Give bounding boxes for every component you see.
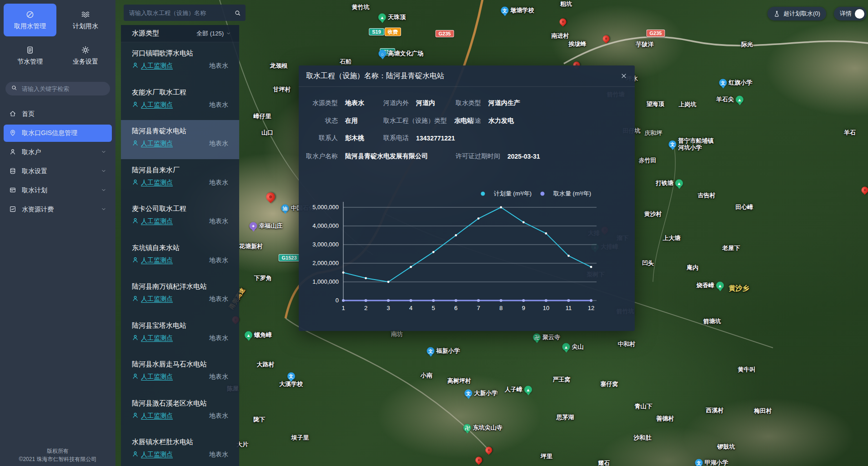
menu-tile-meter[interactable]: 取用水管理 [4, 4, 56, 36]
keyword-search-input[interactable] [21, 85, 105, 93]
close-icon[interactable] [620, 72, 627, 80]
search-icon[interactable] [234, 10, 241, 16]
monitor-type-link[interactable]: 人工监测点 [141, 101, 173, 109]
poi-scenic-icon[interactable]: ▲ [378, 14, 386, 21]
map-label: 下罗角 [254, 275, 272, 282]
map-label[interactable]: 卍聚云寺 [533, 334, 560, 341]
list-item[interactable]: 陆河县宝塔水电站人工监测点地表水 [121, 315, 239, 354]
poi-scenic-icon[interactable]: ▲ [562, 343, 570, 351]
map-label[interactable]: 文红旗小学 [719, 79, 753, 87]
sidebar-item-card[interactable]: 取水计划 [4, 182, 112, 199]
poi-scenic-icon[interactable]: ▲ [245, 331, 252, 339]
red-pin-marker[interactable] [486, 447, 492, 454]
map-label[interactable]: 烧香嶂▲ [697, 282, 724, 290]
poi-school-icon[interactable]: 文 [695, 459, 703, 466]
poi-school-icon[interactable]: ⌂ [379, 50, 386, 58]
map-label: 坪里 [541, 453, 552, 460]
red-pin-icon[interactable] [558, 17, 567, 26]
map-label[interactable]: ▲螺角嶂 [245, 331, 272, 339]
poi-school-icon[interactable]: 文 [501, 7, 509, 15]
map-label[interactable]: 卍东坑尖山寺 [463, 424, 502, 432]
list-item[interactable]: 河口镇唱歌潭水电站人工监测点地表水 [121, 42, 239, 81]
monitor-type-link[interactable]: 人工监测点 [141, 217, 173, 225]
monitor-type-link[interactable]: 人工监测点 [141, 334, 173, 342]
station-search-input[interactable] [128, 9, 234, 17]
list-item[interactable]: 陆河县水唇走马石水电站人工监测点地表水 [121, 353, 239, 392]
list-item[interactable]: 陆河县南万镇杞洋水电站人工监测点地表水 [121, 276, 239, 315]
list-item[interactable]: 友能水厂取水工程人工监测点地表水 [121, 81, 239, 120]
poi-resort-icon[interactable]: ✦ [250, 222, 257, 230]
red-pin-icon[interactable] [474, 455, 483, 465]
monitor-type-link[interactable]: 人工监测点 [141, 451, 173, 459]
monitor-type-link[interactable]: 人工监测点 [141, 62, 173, 70]
menu-tile-doc[interactable]: 节水管理 [4, 39, 56, 72]
red-pin-icon[interactable] [484, 445, 493, 455]
red-pin-icon[interactable] [601, 34, 611, 43]
field-value: 河道内 [416, 99, 435, 107]
monitor-type-link[interactable]: 人工监测点 [141, 373, 173, 381]
map-label[interactable]: 文大溪学校 [279, 372, 303, 388]
list-item[interactable]: 陆河县激石溪老区水电站人工监测点地表水 [121, 392, 239, 431]
map-label: 大路村 [257, 361, 275, 368]
map-label[interactable]: ⌂高塘文化广场 [379, 50, 424, 58]
map-label-text: 小南 [421, 372, 432, 379]
map-label[interactable]: 文甲湖小学 [695, 459, 728, 466]
map-label[interactable]: 人子嶂▲ [505, 386, 532, 394]
over-plan-intake-button[interactable]: 超计划取水(0) [768, 7, 826, 20]
map-label[interactable]: ▲尖山 [562, 343, 584, 351]
map-label[interactable]: ▲天珠顶 [378, 14, 406, 21]
poi-school-icon[interactable]: 文 [427, 347, 435, 355]
menu-tile-gear[interactable]: 业务设置 [59, 39, 112, 72]
list-item[interactable]: 水唇镇水栏肚水电站人工监测点地表水 [121, 431, 239, 466]
red-pin-marker[interactable] [267, 194, 274, 200]
sidebar-item-chart[interactable]: 水资源计费 [4, 201, 112, 218]
detail-toggle[interactable]: 详情 [834, 7, 867, 20]
list-item[interactable]: 陆河县自来水厂人工监测点地表水 [121, 159, 239, 198]
list-item[interactable]: 陆河县青碇水电站人工监测点地表水 [121, 120, 239, 159]
red-pin-marker[interactable] [560, 19, 567, 25]
red-pin-marker[interactable] [862, 187, 868, 194]
toggle-knob-icon[interactable] [855, 9, 864, 19]
menu-tile-waves[interactable]: 计划用水 [59, 4, 112, 36]
sidebar-item-user[interactable]: 取水户 [4, 144, 112, 161]
monitor-type-link[interactable]: 人工监测点 [141, 140, 173, 148]
map-label-text: 红旗小学 [729, 80, 753, 86]
monitor-type-link[interactable]: 人工监测点 [141, 295, 173, 303]
map-label[interactable]: 文大新小学 [465, 390, 498, 397]
modal-field-row: 状态在用取水工程（设施）类型水电站取水用途水力发电 [299, 117, 626, 127]
list-item[interactable]: 麦卡公司取水工程人工监测点地表水 [121, 198, 239, 237]
poi-scenic-icon[interactable]: ▲ [524, 386, 532, 394]
station-meta: 人工监测点地表水 [132, 101, 228, 109]
poi-school-icon[interactable]: 文 [287, 372, 295, 380]
poi-scenic-icon[interactable]: ▲ [736, 96, 743, 104]
red-pin-marker[interactable] [603, 35, 610, 42]
sidebar-item-home[interactable]: 首页 [4, 105, 112, 123]
map-label[interactable]: ✦幸福山庄 [250, 222, 283, 230]
map-label[interactable]: 文普宁市船埔镇 河坑小学 [669, 138, 714, 151]
monitor-type-link[interactable]: 人工监测点 [141, 256, 173, 265]
map-label[interactable]: 打铁塘▲ [656, 180, 683, 187]
poi-school-icon[interactable]: 文 [669, 141, 677, 149]
sidebar-item-db[interactable]: 取水设置 [4, 163, 112, 180]
poi-scenic-icon[interactable]: ▲ [675, 180, 683, 187]
list-item[interactable]: 东坑镇自来水站人工监测点地表水 [121, 237, 239, 276]
map-label: 寨仔窝 [601, 381, 618, 388]
map-label[interactable]: 文墩塘学校 [501, 7, 534, 15]
modal-field-row: 联系人彭木桃联系电话13432771221 [299, 134, 626, 144]
red-pin-marker[interactable] [476, 457, 482, 464]
poi-school-icon[interactable]: 油 [281, 205, 289, 212]
map-label: 西溪村 [706, 407, 724, 414]
poi-scenic-icon[interactable]: ▲ [716, 282, 724, 290]
sidebar-item-pin[interactable]: 取水口GIS信息管理 [4, 125, 112, 142]
poi-scenic-icon[interactable]: 卍 [533, 334, 541, 341]
source-type-filter[interactable]: 全部 (125) [196, 30, 231, 38]
map-label[interactable]: 羊石尖▲ [716, 96, 743, 104]
poi-scenic-icon[interactable]: 卍 [463, 424, 471, 432]
map-label-text: 田心嶂 [736, 204, 753, 211]
monitor-type-link[interactable]: 人工监测点 [141, 179, 173, 187]
monitor-type-link[interactable]: 人工监测点 [141, 412, 173, 420]
poi-school-icon[interactable]: 文 [719, 79, 727, 87]
red-pin-icon[interactable] [860, 185, 868, 195]
poi-school-icon[interactable]: 文 [465, 390, 472, 397]
map-label[interactable]: 文福新小学 [427, 347, 460, 355]
